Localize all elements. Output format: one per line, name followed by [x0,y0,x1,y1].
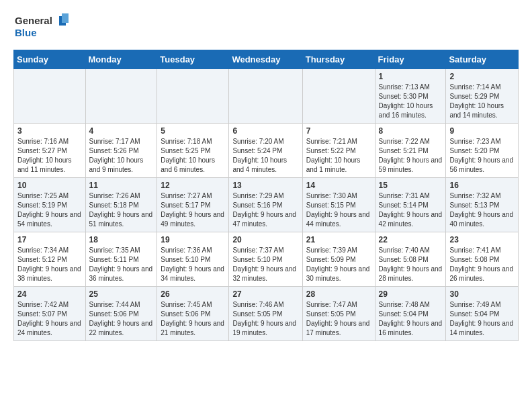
calendar-cell: 8Sunrise: 7:22 AM Sunset: 5:21 PM Daylig… [375,124,446,178]
weekday-header: Thursday [302,50,375,69]
day-number: 18 [89,235,154,244]
day-info: Sunrise: 7:30 AM Sunset: 5:15 PM Dayligh… [306,191,371,229]
day-info: Sunrise: 7:20 AM Sunset: 5:24 PM Dayligh… [232,137,298,175]
calendar-table: SundayMondayTuesdayWednesdayThursdayFrid… [13,50,519,341]
svg-marker-3 [62,13,69,23]
day-number: 4 [89,126,154,136]
day-number: 10 [17,181,82,190]
day-info: Sunrise: 7:13 AM Sunset: 5:30 PM Dayligh… [379,83,443,120]
calendar-cell: 4Sunrise: 7:17 AM Sunset: 5:26 PM Daylig… [85,124,157,178]
calendar-week-row: 1Sunrise: 7:13 AM Sunset: 5:30 PM Daylig… [14,69,519,124]
day-number: 13 [232,181,298,190]
day-number: 26 [161,289,225,299]
calendar-cell: 9Sunrise: 7:23 AM Sunset: 5:20 PM Daylig… [446,124,519,178]
calendar-cell: 16Sunrise: 7:32 AM Sunset: 5:13 PM Dayli… [446,178,519,232]
weekday-header: Friday [375,50,446,69]
day-number: 11 [89,181,154,190]
day-number: 6 [232,126,298,136]
weekday-header: Saturday [446,50,519,69]
weekday-header: Wednesday [229,50,302,69]
day-info: Sunrise: 7:21 AM Sunset: 5:22 PM Dayligh… [306,137,371,175]
day-number: 27 [232,289,298,299]
day-number: 25 [89,289,154,299]
day-number: 3 [17,126,82,136]
calendar-cell: 20Sunrise: 7:37 AM Sunset: 5:10 PM Dayli… [229,232,302,287]
day-number: 19 [161,235,225,244]
calendar-week-row: 10Sunrise: 7:25 AM Sunset: 5:19 PM Dayli… [14,178,519,232]
day-number: 8 [379,126,443,136]
calendar-week-row: 3Sunrise: 7:16 AM Sunset: 5:27 PM Daylig… [14,124,519,178]
logo-content: General Blue [13,11,74,43]
calendar-cell: 17Sunrise: 7:34 AM Sunset: 5:12 PM Dayli… [14,232,86,287]
calendar-cell: 1Sunrise: 7:13 AM Sunset: 5:30 PM Daylig… [375,69,446,124]
day-info: Sunrise: 7:17 AM Sunset: 5:26 PM Dayligh… [89,137,154,175]
day-info: Sunrise: 7:29 AM Sunset: 5:16 PM Dayligh… [232,191,298,229]
day-info: Sunrise: 7:27 AM Sunset: 5:17 PM Dayligh… [161,191,225,229]
calendar-cell: 28Sunrise: 7:47 AM Sunset: 5:05 PM Dayli… [302,287,375,341]
weekday-header: Monday [85,50,157,69]
calendar-week-row: 17Sunrise: 7:34 AM Sunset: 5:12 PM Dayli… [14,232,519,287]
logo: General Blue [13,11,74,43]
day-number: 17 [17,235,82,244]
page-container: General Blue SundayMondayTuesdayWednesda… [0,0,532,352]
day-info: Sunrise: 7:22 AM Sunset: 5:21 PM Dayligh… [379,137,443,175]
calendar-cell: 11Sunrise: 7:26 AM Sunset: 5:18 PM Dayli… [85,178,157,232]
day-number: 28 [306,289,371,299]
calendar-cell: 6Sunrise: 7:20 AM Sunset: 5:24 PM Daylig… [229,124,302,178]
day-info: Sunrise: 7:44 AM Sunset: 5:06 PM Dayligh… [89,300,154,338]
calendar-cell: 2Sunrise: 7:14 AM Sunset: 5:29 PM Daylig… [446,69,519,124]
calendar-cell: 3Sunrise: 7:16 AM Sunset: 5:27 PM Daylig… [14,124,86,178]
calendar-cell: 13Sunrise: 7:29 AM Sunset: 5:16 PM Dayli… [229,178,302,232]
calendar-cell: 29Sunrise: 7:48 AM Sunset: 5:04 PM Dayli… [375,287,446,341]
calendar-cell: 26Sunrise: 7:45 AM Sunset: 5:06 PM Dayli… [157,287,229,341]
day-info: Sunrise: 7:18 AM Sunset: 5:25 PM Dayligh… [161,137,225,175]
day-info: Sunrise: 7:45 AM Sunset: 5:06 PM Dayligh… [161,300,225,338]
day-number: 29 [379,289,443,299]
day-number: 15 [379,181,443,190]
calendar-cell: 7Sunrise: 7:21 AM Sunset: 5:22 PM Daylig… [302,124,375,178]
weekday-header: Tuesday [157,50,229,69]
calendar-cell: 22Sunrise: 7:40 AM Sunset: 5:08 PM Dayli… [375,232,446,287]
day-info: Sunrise: 7:48 AM Sunset: 5:04 PM Dayligh… [379,300,443,338]
calendar-week-row: 24Sunrise: 7:42 AM Sunset: 5:07 PM Dayli… [14,287,519,341]
day-number: 5 [161,126,225,136]
day-info: Sunrise: 7:41 AM Sunset: 5:08 PM Dayligh… [449,246,515,283]
logo-icon: General Blue [13,11,74,40]
day-info: Sunrise: 7:47 AM Sunset: 5:05 PM Dayligh… [306,300,371,338]
calendar-cell: 25Sunrise: 7:44 AM Sunset: 5:06 PM Dayli… [85,287,157,341]
day-number: 9 [449,126,515,136]
calendar-cell: 14Sunrise: 7:30 AM Sunset: 5:15 PM Dayli… [302,178,375,232]
day-info: Sunrise: 7:49 AM Sunset: 5:04 PM Dayligh… [449,300,515,338]
calendar-cell: 23Sunrise: 7:41 AM Sunset: 5:08 PM Dayli… [446,232,519,287]
weekday-header: Sunday [14,50,86,69]
day-number: 24 [17,289,82,299]
day-info: Sunrise: 7:14 AM Sunset: 5:29 PM Dayligh… [449,83,515,120]
svg-text:General: General [15,15,52,26]
day-info: Sunrise: 7:35 AM Sunset: 5:11 PM Dayligh… [89,246,154,283]
day-number: 21 [306,235,371,244]
calendar-cell: 27Sunrise: 7:46 AM Sunset: 5:05 PM Dayli… [229,287,302,341]
day-number: 20 [232,235,298,244]
calendar-cell [157,69,229,124]
day-info: Sunrise: 7:46 AM Sunset: 5:05 PM Dayligh… [232,300,298,338]
day-number: 12 [161,181,225,190]
header: General Blue [13,11,519,43]
day-number: 7 [306,126,371,136]
day-info: Sunrise: 7:42 AM Sunset: 5:07 PM Dayligh… [17,300,82,338]
calendar-header-row: SundayMondayTuesdayWednesdayThursdayFrid… [14,50,519,69]
calendar-cell: 10Sunrise: 7:25 AM Sunset: 5:19 PM Dayli… [14,178,86,232]
calendar-cell [229,69,302,124]
day-info: Sunrise: 7:32 AM Sunset: 5:13 PM Dayligh… [449,191,515,229]
day-info: Sunrise: 7:34 AM Sunset: 5:12 PM Dayligh… [17,246,82,283]
calendar-cell: 18Sunrise: 7:35 AM Sunset: 5:11 PM Dayli… [85,232,157,287]
calendar-cell [14,69,86,124]
day-info: Sunrise: 7:36 AM Sunset: 5:10 PM Dayligh… [161,246,225,283]
day-number: 30 [449,289,515,299]
calendar-cell: 24Sunrise: 7:42 AM Sunset: 5:07 PM Dayli… [14,287,86,341]
calendar-cell: 5Sunrise: 7:18 AM Sunset: 5:25 PM Daylig… [157,124,229,178]
calendar-cell: 19Sunrise: 7:36 AM Sunset: 5:10 PM Dayli… [157,232,229,287]
calendar-cell: 21Sunrise: 7:39 AM Sunset: 5:09 PM Dayli… [302,232,375,287]
calendar-cell [85,69,157,124]
day-info: Sunrise: 7:40 AM Sunset: 5:08 PM Dayligh… [379,246,443,283]
day-number: 2 [449,72,515,81]
